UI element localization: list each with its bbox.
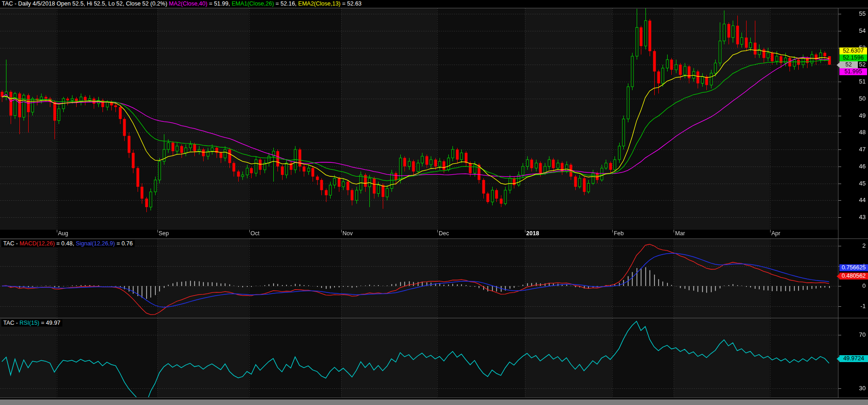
symbol-summary: TAC - Daily 4/5/2018 Open 52.5, Hi 52.5,… <box>2 0 169 7</box>
charting-app: { "title_bar": { "symbol_summary": "TAC … <box>0 0 868 405</box>
ma2-legend[interactable]: MA2(Close,40) <box>169 0 207 7</box>
signal-legend[interactable]: Signal(12,26,9) <box>76 240 115 247</box>
chart-canvas[interactable] <box>0 0 868 405</box>
price-tick-46: 46 <box>843 163 866 170</box>
rsi-legend[interactable]: RSI(15) <box>19 320 39 326</box>
macd-panel-header: TAC - MACD(12,26) = 0.48, Signal(12,26,9… <box>1 240 135 247</box>
rsi-panel-header: TAC - RSI(15) = 49.97 <box>1 319 62 327</box>
price-tick-54: 54 <box>843 27 866 34</box>
rsi-value: = 49.97 <box>39 320 60 326</box>
ema2-price-label: 52.6307 <box>839 48 867 54</box>
month-label-aug: Aug <box>58 230 68 237</box>
price-tick-51: 51 <box>843 78 866 85</box>
month-label-feb: Feb <box>614 230 624 237</box>
price-tick-43: 43 <box>843 214 866 220</box>
price-tick-55: 55 <box>843 10 866 17</box>
label-arrow-icon <box>837 63 839 67</box>
macd-symbol: TAC - <box>3 240 19 247</box>
signal-value-label: 0.756625 <box>839 264 868 271</box>
ema2-legend[interactable]: EMA2(Close,13) <box>298 0 341 7</box>
month-label-2018: 2018 <box>526 230 539 237</box>
ma2-price-label: 51.995 <box>839 68 867 75</box>
macd-value: = 0.48, <box>55 240 76 247</box>
rsi-divider[interactable] <box>0 318 868 318</box>
ema1-value: = 52.16, <box>274 0 298 7</box>
month-label-apr: Apr <box>772 230 780 237</box>
rsi-tick-30: 30 <box>843 385 866 392</box>
bottom-divider <box>0 398 868 398</box>
label-arrow-icon <box>837 357 839 361</box>
signal-value: = 0.76 <box>115 240 133 247</box>
last-price-label: 52 <box>839 61 858 68</box>
price-tick-48: 48 <box>843 129 866 136</box>
ema2-value: = 52.63 <box>341 0 362 7</box>
price-tick-50: 50 <box>843 95 866 102</box>
month-label-dec: Dec <box>439 230 449 237</box>
ma2-value: = 51.99, <box>207 0 231 7</box>
macd-divider[interactable] <box>0 238 868 239</box>
macd-tick-0: 0 <box>843 282 866 289</box>
macd-value-label: 0.480562 <box>839 273 868 280</box>
price-tick-45: 45 <box>843 180 866 187</box>
rsi-value-label: 49.9724 <box>839 355 868 362</box>
month-label-nov: Nov <box>343 230 353 237</box>
month-label-sep: Sep <box>159 230 169 237</box>
label-arrow-icon <box>837 274 839 279</box>
horizontal-scrollbar[interactable] <box>0 399 868 405</box>
macd-tick--1: -1 <box>843 303 866 310</box>
price-tick-47: 47 <box>843 146 866 153</box>
title-divider <box>0 8 868 8</box>
ema1-price-label: 52.1596 <box>839 54 867 61</box>
month-label-mar: Mar <box>675 230 685 237</box>
macd-tick-2: 2 <box>843 242 866 249</box>
price-tick-44: 44 <box>843 197 866 203</box>
rsi-tick-70: 70 <box>843 331 866 338</box>
ema1-legend[interactable]: EMA1(Close,26) <box>232 0 274 7</box>
macd-legend[interactable]: MACD(12,26) <box>19 240 54 247</box>
month-label-oct: Oct <box>251 230 259 237</box>
price-tick-49: 49 <box>843 112 866 119</box>
rsi-symbol: TAC - <box>3 320 19 326</box>
chart-title-bar: TAC - Daily 4/5/2018 Open 52.5, Hi 52.5,… <box>0 0 868 8</box>
